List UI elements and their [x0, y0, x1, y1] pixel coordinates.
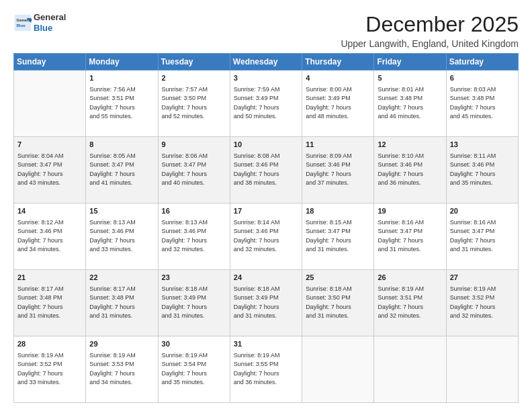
- day-number: 23: [162, 273, 226, 283]
- calendar-cell: 17Sunrise: 8:14 AMSunset: 3:46 PMDayligh…: [230, 203, 302, 270]
- page: General Blue General Blue December 2025 …: [0, 0, 532, 411]
- day-number: 17: [234, 206, 298, 217]
- day-number: 24: [234, 273, 298, 283]
- svg-text:Blue: Blue: [16, 23, 26, 28]
- day-info: Sunrise: 8:15 AMSunset: 3:47 PMDaylight:…: [306, 218, 370, 255]
- day-number: 8: [89, 140, 154, 150]
- day-info: Sunrise: 8:10 AMSunset: 3:46 PMDaylight:…: [378, 152, 442, 188]
- day-number: 27: [450, 273, 515, 283]
- day-number: 18: [306, 206, 370, 217]
- day-number: 19: [378, 206, 442, 217]
- calendar-cell: 19Sunrise: 8:16 AMSunset: 3:47 PMDayligh…: [374, 203, 446, 270]
- day-number: 11: [306, 140, 370, 150]
- day-info: Sunrise: 8:18 AMSunset: 3:49 PMDaylight:…: [162, 285, 226, 321]
- location: Upper Langwith, England, United Kingdom: [341, 38, 519, 49]
- calendar-table: SundayMondayTuesdayWednesdayThursdayFrid…: [13, 53, 519, 403]
- day-info: Sunrise: 8:19 AMSunset: 3:53 PMDaylight:…: [89, 351, 154, 387]
- calendar-cell: 14Sunrise: 8:12 AMSunset: 3:46 PMDayligh…: [14, 203, 86, 270]
- day-info: Sunrise: 8:13 AMSunset: 3:46 PMDaylight:…: [89, 218, 154, 255]
- calendar-cell: 22Sunrise: 8:17 AMSunset: 3:48 PMDayligh…: [86, 270, 158, 336]
- day-info: Sunrise: 8:18 AMSunset: 3:50 PMDaylight:…: [306, 285, 370, 321]
- col-header-monday: Monday: [86, 54, 158, 71]
- calendar-cell: [446, 336, 518, 403]
- day-number: 7: [17, 140, 82, 150]
- day-info: Sunrise: 7:57 AMSunset: 3:50 PMDaylight:…: [162, 85, 226, 122]
- day-info: Sunrise: 8:17 AMSunset: 3:48 PMDaylight:…: [17, 285, 82, 321]
- calendar-cell: 24Sunrise: 8:18 AMSunset: 3:49 PMDayligh…: [230, 270, 302, 336]
- day-number: 9: [162, 140, 226, 150]
- day-info: Sunrise: 8:11 AMSunset: 3:46 PMDaylight:…: [450, 152, 515, 188]
- calendar-cell: 18Sunrise: 8:15 AMSunset: 3:47 PMDayligh…: [302, 203, 374, 270]
- col-header-wednesday: Wednesday: [230, 54, 302, 71]
- day-info: Sunrise: 8:12 AMSunset: 3:46 PMDaylight:…: [17, 218, 82, 255]
- calendar-cell: 15Sunrise: 8:13 AMSunset: 3:46 PMDayligh…: [86, 203, 158, 270]
- day-info: Sunrise: 8:19 AMSunset: 3:51 PMDaylight:…: [378, 285, 442, 321]
- day-info: Sunrise: 8:18 AMSunset: 3:49 PMDaylight:…: [234, 285, 298, 321]
- day-info: Sunrise: 8:08 AMSunset: 3:46 PMDaylight:…: [234, 152, 298, 188]
- calendar-cell: 6Sunrise: 8:03 AMSunset: 3:48 PMDaylight…: [446, 71, 518, 137]
- calendar-cell: 7Sunrise: 8:04 AMSunset: 3:47 PMDaylight…: [14, 137, 86, 203]
- calendar-cell: 21Sunrise: 8:17 AMSunset: 3:48 PMDayligh…: [14, 270, 86, 336]
- calendar-cell: 5Sunrise: 8:01 AMSunset: 3:48 PMDaylight…: [374, 71, 446, 137]
- day-number: 26: [378, 273, 442, 283]
- calendar-cell: 10Sunrise: 8:08 AMSunset: 3:46 PMDayligh…: [230, 137, 302, 203]
- calendar-cell: 1Sunrise: 7:56 AMSunset: 3:51 PMDaylight…: [86, 71, 158, 137]
- day-info: Sunrise: 8:19 AMSunset: 3:52 PMDaylight:…: [450, 285, 515, 321]
- calendar-cell: [302, 336, 374, 403]
- calendar-cell: 13Sunrise: 8:11 AMSunset: 3:46 PMDayligh…: [446, 137, 518, 203]
- day-info: Sunrise: 8:16 AMSunset: 3:47 PMDaylight:…: [378, 218, 442, 255]
- day-info: Sunrise: 8:00 AMSunset: 3:49 PMDaylight:…: [306, 85, 370, 122]
- day-number: 2: [162, 73, 226, 84]
- day-number: 20: [450, 206, 515, 217]
- day-info: Sunrise: 8:17 AMSunset: 3:48 PMDaylight:…: [89, 285, 154, 321]
- day-info: Sunrise: 7:56 AMSunset: 3:51 PMDaylight:…: [89, 85, 154, 122]
- calendar-cell: 12Sunrise: 8:10 AMSunset: 3:46 PMDayligh…: [374, 137, 446, 203]
- day-number: 13: [450, 140, 515, 150]
- day-number: 1: [89, 73, 154, 84]
- day-info: Sunrise: 8:04 AMSunset: 3:47 PMDaylight:…: [17, 152, 82, 188]
- day-number: 29: [89, 339, 154, 350]
- day-info: Sunrise: 8:03 AMSunset: 3:48 PMDaylight:…: [450, 85, 515, 122]
- calendar-cell: 20Sunrise: 8:16 AMSunset: 3:47 PMDayligh…: [446, 203, 518, 270]
- day-info: Sunrise: 8:14 AMSunset: 3:46 PMDaylight:…: [234, 218, 298, 255]
- calendar-cell: 29Sunrise: 8:19 AMSunset: 3:53 PMDayligh…: [86, 336, 158, 403]
- calendar-cell: 23Sunrise: 8:18 AMSunset: 3:49 PMDayligh…: [158, 270, 230, 336]
- calendar-cell: 28Sunrise: 8:19 AMSunset: 3:52 PMDayligh…: [14, 336, 86, 403]
- calendar-cell: [374, 336, 446, 403]
- day-number: 4: [306, 73, 370, 84]
- day-number: 3: [234, 73, 298, 84]
- calendar-cell: 11Sunrise: 8:09 AMSunset: 3:46 PMDayligh…: [302, 137, 374, 203]
- title-block: December 2025 Upper Langwith, England, U…: [341, 12, 519, 49]
- col-header-saturday: Saturday: [446, 54, 518, 71]
- day-number: 10: [234, 140, 298, 150]
- calendar-cell: 16Sunrise: 8:13 AMSunset: 3:46 PMDayligh…: [158, 203, 230, 270]
- calendar-cell: 27Sunrise: 8:19 AMSunset: 3:52 PMDayligh…: [446, 270, 518, 336]
- col-header-sunday: Sunday: [14, 54, 86, 71]
- col-header-tuesday: Tuesday: [158, 54, 230, 71]
- calendar-cell: 31Sunrise: 8:19 AMSunset: 3:55 PMDayligh…: [230, 336, 302, 403]
- day-number: 16: [162, 206, 226, 217]
- day-number: 30: [162, 339, 226, 350]
- col-header-thursday: Thursday: [302, 54, 374, 71]
- calendar-cell: 30Sunrise: 8:19 AMSunset: 3:54 PMDayligh…: [158, 336, 230, 403]
- day-info: Sunrise: 8:06 AMSunset: 3:47 PMDaylight:…: [162, 152, 226, 188]
- day-info: Sunrise: 8:05 AMSunset: 3:47 PMDaylight:…: [89, 152, 154, 188]
- day-info: Sunrise: 8:01 AMSunset: 3:48 PMDaylight:…: [378, 85, 442, 122]
- logo-text: General Blue: [34, 12, 66, 33]
- calendar-cell: 2Sunrise: 7:57 AMSunset: 3:50 PMDaylight…: [158, 71, 230, 137]
- calendar-cell: [14, 71, 86, 137]
- day-number: 25: [306, 273, 370, 283]
- logo-icon: General Blue: [13, 13, 32, 32]
- month-title: December 2025: [341, 12, 519, 37]
- logo: General Blue General Blue: [13, 12, 66, 33]
- day-number: 21: [17, 273, 82, 283]
- day-info: Sunrise: 8:16 AMSunset: 3:47 PMDaylight:…: [450, 218, 515, 255]
- calendar-cell: 9Sunrise: 8:06 AMSunset: 3:47 PMDaylight…: [158, 137, 230, 203]
- day-info: Sunrise: 8:19 AMSunset: 3:54 PMDaylight:…: [162, 351, 226, 387]
- day-info: Sunrise: 8:19 AMSunset: 3:52 PMDaylight:…: [17, 351, 82, 387]
- day-number: 28: [17, 339, 82, 350]
- day-info: Sunrise: 8:13 AMSunset: 3:46 PMDaylight:…: [162, 218, 226, 255]
- day-number: 12: [378, 140, 442, 150]
- header: General Blue General Blue December 2025 …: [13, 12, 519, 49]
- day-number: 6: [450, 73, 515, 84]
